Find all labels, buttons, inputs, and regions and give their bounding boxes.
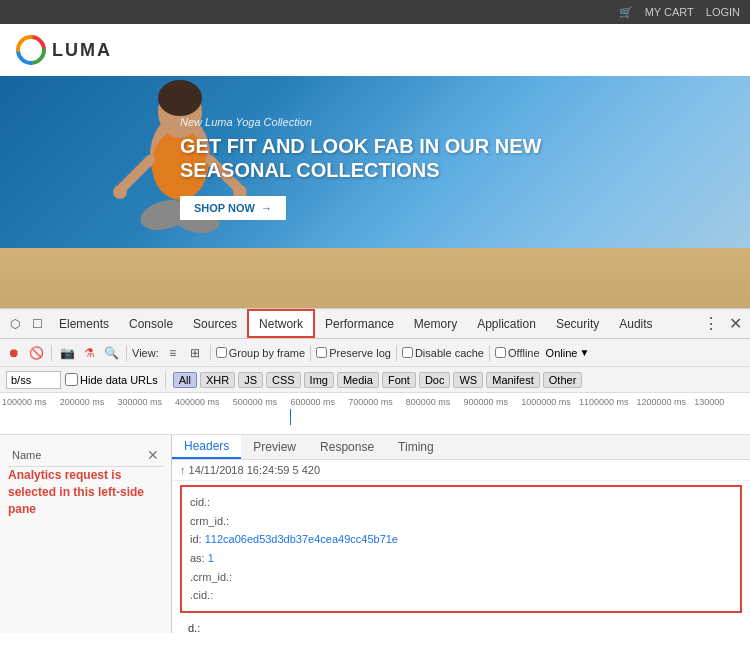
preserve-log-text: Preserve log (329, 347, 391, 359)
sub-tab-headers[interactable]: Headers (172, 435, 241, 459)
tab-security[interactable]: Security (546, 309, 609, 338)
filter-ws[interactable]: WS (453, 372, 483, 388)
filter-other[interactable]: Other (543, 372, 583, 388)
site-header: LUMA (0, 24, 750, 76)
header-key-1: crm_id.: (190, 515, 229, 527)
devtools-more-icon[interactable]: ⋮ (697, 314, 725, 333)
header-val-3: 1 (208, 552, 214, 564)
tl-600: 600000 ms (288, 397, 346, 407)
bottom-panel: Name ✕ Analytics request is selected in … (0, 435, 750, 633)
record-button[interactable]: ⏺ (4, 343, 24, 363)
inspect-icon[interactable]: ⬡ (4, 313, 26, 335)
offline-checkbox[interactable] (495, 347, 506, 358)
divider-6 (489, 345, 490, 361)
login-link[interactable]: LOGIN (706, 6, 740, 18)
tl-400: 400000 ms (173, 397, 231, 407)
close-pane-icon[interactable]: ✕ (147, 447, 159, 463)
group-by-frame-checkbox[interactable] (216, 347, 227, 358)
logo[interactable]: LUMA (16, 35, 112, 65)
tab-application[interactable]: Application (467, 309, 546, 338)
offline-label[interactable]: Offline (495, 347, 540, 359)
header-row-5: .cid.: (190, 586, 732, 605)
group-by-frame-label[interactable]: Group by frame (216, 347, 305, 359)
filter-media[interactable]: Media (337, 372, 379, 388)
filter-all[interactable]: All (173, 372, 197, 388)
tab-audits[interactable]: Audits (609, 309, 662, 338)
timeline-labels: 100000 ms 200000 ms 300000 ms 400000 ms … (0, 393, 750, 407)
filter-font[interactable]: Font (382, 372, 416, 388)
throttle-arrow[interactable]: ▼ (579, 347, 589, 358)
shop-now-button[interactable]: SHOP NOW → (180, 196, 286, 220)
tl-300: 300000 ms (115, 397, 173, 407)
filter-css[interactable]: CSS (266, 372, 301, 388)
tab-elements[interactable]: Elements (49, 309, 119, 338)
tab-network[interactable]: Network (247, 309, 315, 338)
tl-100: 100000 ms (0, 397, 58, 407)
left-pane: Name ✕ Analytics request is selected in … (0, 435, 172, 633)
logo-icon (16, 35, 46, 65)
network-toolbar: ⏺ 🚫 📷 ⚗ 🔍 View: ≡ ⊞ Group by frame Prese… (0, 339, 750, 367)
extra-row-0: d.: (172, 617, 750, 633)
hide-data-urls-label[interactable]: Hide data URLs (65, 373, 158, 386)
online-select[interactable]: Online (546, 347, 578, 359)
header-key-4: .crm_id.: (190, 571, 232, 583)
devtools-panel: ⬡ ☐ Elements Console Sources Network Per… (0, 308, 750, 633)
divider-2 (126, 345, 127, 361)
request-info: ↑ 14/11/2018 16:24:59 5 420 (172, 460, 750, 481)
extra-key-0: d.: (188, 622, 200, 633)
device-icon[interactable]: ☐ (26, 313, 49, 335)
logo-text: LUMA (52, 40, 112, 61)
hero-title: GET FIT AND LOOK FAB IN OUR NEW SEASONAL… (180, 134, 600, 182)
arrow-icon: → (261, 202, 272, 214)
cart-label[interactable]: MY CART (645, 6, 694, 18)
filter-button[interactable]: ⚗ (79, 343, 99, 363)
header-key-5: .cid.: (190, 589, 213, 601)
tab-performance[interactable]: Performance (315, 309, 404, 338)
filter-input[interactable] (6, 371, 61, 389)
sub-tab-timing[interactable]: Timing (386, 435, 446, 459)
name-header-label: Name (12, 449, 147, 461)
hero-banner: New Luma Yoga Collection GET FIT AND LOO… (0, 76, 750, 308)
filter-xhr[interactable]: XHR (200, 372, 235, 388)
preserve-log-label[interactable]: Preserve log (316, 347, 391, 359)
disable-cache-checkbox[interactable] (402, 347, 413, 358)
view-grid-icon[interactable]: ⊞ (185, 343, 205, 363)
header-row-3: as: 1 (190, 549, 732, 568)
divider-4 (310, 345, 311, 361)
camera-button[interactable]: 📷 (57, 343, 77, 363)
tl-1000: 1000000 ms (519, 397, 577, 407)
sub-tab-preview[interactable]: Preview (241, 435, 308, 459)
header-row-1: crm_id.: (190, 512, 732, 531)
header-row-2: id: 112ca06ed53d3db37e4cea49cc45b71e (190, 530, 732, 549)
filter-manifest[interactable]: Manifest (486, 372, 540, 388)
filter-img[interactable]: Img (304, 372, 334, 388)
header-val-2: 112ca06ed53d3db37e4cea49cc45b71e (205, 533, 398, 545)
tl-800: 800000 ms (404, 397, 462, 407)
headers-box: cid.: crm_id.: id: 112ca06ed53d3db37e4ce… (180, 485, 742, 613)
hide-data-urls-checkbox[interactable] (65, 373, 78, 386)
tl-900: 900000 ms (462, 397, 520, 407)
tl-700: 700000 ms (346, 397, 404, 407)
cart-icon: 🛒 (619, 6, 633, 19)
clear-button[interactable]: 🚫 (26, 343, 46, 363)
devtools-close-icon[interactable]: ✕ (725, 314, 746, 333)
disable-cache-label[interactable]: Disable cache (402, 347, 484, 359)
tl-end: 130000 (692, 397, 750, 407)
timeline-track (0, 409, 750, 425)
filter-types: All XHR JS CSS Img Media Font Doc WS Man… (173, 372, 583, 388)
group-by-frame-text: Group by frame (229, 347, 305, 359)
preserve-log-checkbox[interactable] (316, 347, 327, 358)
search-button[interactable]: 🔍 (101, 343, 121, 363)
view-list-icon[interactable]: ≡ (163, 343, 183, 363)
hero-sand (0, 248, 750, 308)
filter-doc[interactable]: Doc (419, 372, 451, 388)
name-header: Name ✕ (8, 443, 163, 467)
tab-console[interactable]: Console (119, 309, 183, 338)
sub-tab-response[interactable]: Response (308, 435, 386, 459)
tl-500: 500000 ms (231, 397, 289, 407)
tab-memory[interactable]: Memory (404, 309, 467, 338)
tl-1100: 1100000 ms (577, 397, 635, 407)
tab-sources[interactable]: Sources (183, 309, 247, 338)
filter-js[interactable]: JS (238, 372, 263, 388)
header-row-4: .crm_id.: (190, 568, 732, 587)
